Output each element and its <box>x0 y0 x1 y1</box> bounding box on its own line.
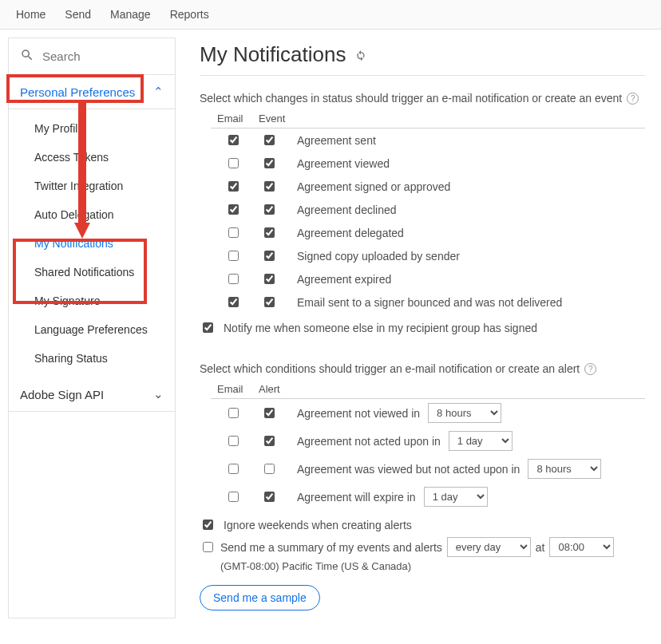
event-checkbox[interactable] <box>264 204 275 215</box>
divider <box>200 75 645 76</box>
event-checkbox[interactable] <box>264 158 275 168</box>
search-input[interactable] <box>41 49 164 64</box>
ignore-weekends-checkbox[interactable] <box>203 520 213 530</box>
table-row: Agreement sent <box>211 128 645 152</box>
nav-manage[interactable]: Manage <box>110 8 151 21</box>
alert-label: Agreement will expire in <box>297 491 416 504</box>
event-label: Signed copy uploaded by sender <box>297 250 460 263</box>
send-sample-button[interactable]: Send me a sample <box>200 585 320 610</box>
summary-row: Send me a summary of my events and alert… <box>200 534 645 560</box>
top-nav: Home Send Manage Reports <box>0 0 661 30</box>
sidebar-item[interactable]: My Notifications <box>9 229 175 258</box>
content: My Notifications Select which changes in… <box>176 38 653 618</box>
event-checkbox[interactable] <box>264 251 275 261</box>
email-checkbox[interactable] <box>228 436 239 446</box>
alert-interval-select[interactable]: 8 hours <box>428 403 501 423</box>
alert-checkbox[interactable] <box>264 408 275 418</box>
notify-group-checkbox[interactable] <box>203 322 213 333</box>
email-checkbox[interactable] <box>228 492 239 502</box>
table-row: Agreement signed or approved <box>211 175 645 198</box>
sidebar-item[interactable]: Sharing Status <box>9 344 175 373</box>
table-row: Agreement expired <box>211 267 645 290</box>
alert-label: Agreement was viewed but not acted upon … <box>297 463 520 476</box>
help-icon[interactable]: ? <box>627 93 639 105</box>
table-row: Agreement not acted upon in 1 day <box>211 427 645 455</box>
sidebar-item[interactable]: Access Tokens <box>9 143 175 172</box>
event-checkbox[interactable] <box>264 227 275 238</box>
notify-group-label: Notify me when someone else in my recipi… <box>224 322 537 334</box>
alerts-heading: Select which conditions should trigger a… <box>200 362 645 375</box>
event-checkbox[interactable] <box>264 135 275 145</box>
events-col-headers: Email Event <box>200 113 645 124</box>
sidebar-section-preferences[interactable]: Personal Preferences ⌃ <box>9 75 175 109</box>
summary-at: at <box>536 541 545 554</box>
ignore-weekends-label: Ignore weekends when creating alerts <box>224 519 412 531</box>
chevron-up-icon: ⌃ <box>153 85 164 99</box>
email-checkbox[interactable] <box>228 297 239 307</box>
table-row: Agreement not viewed in 8 hours <box>211 399 645 427</box>
sidebar-item[interactable]: My Signature <box>9 286 175 315</box>
col-event: Event <box>259 113 285 124</box>
event-label: Agreement sent <box>297 134 376 147</box>
event-checkbox[interactable] <box>264 297 275 307</box>
table-row: Email sent to a signer bounced and was n… <box>211 290 645 314</box>
email-checkbox[interactable] <box>228 251 239 261</box>
event-checkbox[interactable] <box>264 274 275 284</box>
sidebar-item[interactable]: Twitter Integration <box>9 172 175 200</box>
table-row: Agreement will expire in 1 day <box>211 483 645 511</box>
email-checkbox[interactable] <box>228 227 239 238</box>
sidebar-section-label: Personal Preferences <box>20 85 135 99</box>
alert-interval-select[interactable]: 1 day <box>424 487 488 507</box>
event-label: Agreement delegated <box>297 227 404 239</box>
summary-freq-select[interactable]: every day <box>447 537 531 557</box>
nav-send[interactable]: Send <box>65 8 91 21</box>
sidebar-item[interactable]: Language Preferences <box>9 315 175 344</box>
summary-checkbox[interactable] <box>203 542 213 552</box>
refresh-icon[interactable] <box>354 42 367 67</box>
sidebar-section-label: Adobe Sign API <box>20 388 104 401</box>
alert-label: Agreement not acted upon in <box>297 435 441 448</box>
nav-home[interactable]: Home <box>16 8 46 21</box>
events-heading-text: Select which changes in status should tr… <box>200 92 622 105</box>
sidebar-item[interactable]: Auto Delegation <box>9 200 175 229</box>
events-heading: Select which changes in status should tr… <box>200 92 645 105</box>
alert-interval-select[interactable]: 8 hours <box>528 459 601 479</box>
alerts-heading-text: Select which conditions should trigger a… <box>200 362 580 375</box>
event-label: Agreement signed or approved <box>297 180 450 193</box>
event-label: Email sent to a signer bounced and was n… <box>297 296 562 309</box>
sidebar: Personal Preferences ⌃ My ProfileAccess … <box>8 38 176 618</box>
email-checkbox[interactable] <box>228 158 239 168</box>
email-checkbox[interactable] <box>228 464 239 474</box>
sidebar-item[interactable]: Shared Notifications <box>9 258 175 286</box>
email-checkbox[interactable] <box>228 274 239 284</box>
alerts-table: Agreement not viewed in 8 hoursAgreement… <box>211 398 645 511</box>
table-row: Agreement viewed <box>211 152 645 175</box>
nav-reports[interactable]: Reports <box>170 8 209 21</box>
email-checkbox[interactable] <box>228 181 239 192</box>
search-icon <box>20 48 34 65</box>
sidebar-item[interactable]: My Profile <box>9 114 175 143</box>
events-table: Agreement sentAgreement viewedAgreement … <box>211 128 645 314</box>
alert-checkbox[interactable] <box>264 492 275 502</box>
col-email: Email <box>217 113 249 124</box>
email-checkbox[interactable] <box>228 204 239 215</box>
search-wrap <box>9 38 175 75</box>
ignore-weekends-row: Ignore weekends when creating alerts <box>200 511 645 534</box>
col-alert: Alert <box>259 383 280 395</box>
alert-label: Agreement not viewed in <box>297 407 420 420</box>
alert-checkbox[interactable] <box>264 464 275 474</box>
email-checkbox[interactable] <box>228 408 239 418</box>
event-label: Agreement expired <box>297 273 391 286</box>
page-title-text: My Notifications <box>200 42 346 67</box>
summary-prefix: Send me a summary of my events and alert… <box>220 541 442 554</box>
help-icon[interactable]: ? <box>584 363 596 375</box>
table-row: Signed copy uploaded by sender <box>211 244 645 267</box>
event-checkbox[interactable] <box>264 181 275 192</box>
email-checkbox[interactable] <box>228 135 239 145</box>
sidebar-section-api[interactable]: Adobe Sign API ⌄ <box>9 377 175 412</box>
summary-time-select[interactable]: 08:00 <box>549 537 614 557</box>
table-row: Agreement delegated <box>211 221 645 244</box>
table-row: Agreement was viewed but not acted upon … <box>211 455 645 483</box>
alert-interval-select[interactable]: 1 day <box>449 431 513 451</box>
alert-checkbox[interactable] <box>264 436 275 446</box>
